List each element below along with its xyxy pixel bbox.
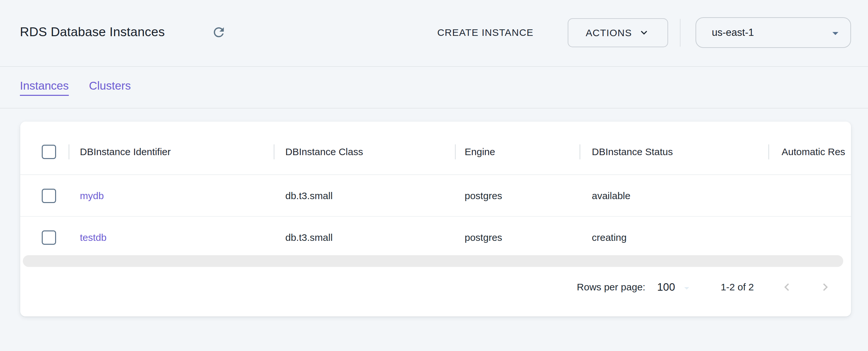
refresh-button[interactable] xyxy=(210,24,227,41)
status-cell: available xyxy=(592,190,630,202)
next-page-button[interactable] xyxy=(818,280,833,295)
column-separator xyxy=(455,145,456,159)
create-instance-button[interactable]: CREATE INSTANCE xyxy=(437,23,533,42)
rows-per-page-label: Rows per page: xyxy=(577,282,645,293)
table-row[interactable]: testdb db.t3.small postgres creating xyxy=(20,217,851,255)
instance-class-cell: db.t3.small xyxy=(285,190,333,202)
row-checkbox[interactable] xyxy=(42,189,56,203)
column-separator xyxy=(68,145,69,159)
column-header-dbinstance-class[interactable]: DBInstance Class xyxy=(285,146,363,158)
column-header-automatic-restart[interactable]: Automatic Res xyxy=(782,146,845,158)
chevron-down-icon xyxy=(638,25,650,41)
column-separator xyxy=(274,145,275,159)
pagination-range-label: 1-2 of 2 xyxy=(721,282,754,293)
column-separator xyxy=(580,145,580,159)
chevron-left-icon xyxy=(779,291,794,296)
instance-class-cell: db.t3.small xyxy=(285,231,333,244)
rows-per-page-select[interactable]: 100 xyxy=(657,280,692,295)
tab-bar: Instances Clusters xyxy=(0,66,868,108)
engine-cell: postgres xyxy=(465,231,502,244)
header-divider xyxy=(680,19,681,46)
instances-table-card: DBInstance Identifier DBInstance Class E… xyxy=(20,122,851,316)
table-header-row: DBInstance Identifier DBInstance Class E… xyxy=(20,122,851,175)
region-select[interactable]: us-east-1 xyxy=(695,17,851,48)
instance-identifier-link[interactable]: testdb xyxy=(80,231,106,244)
refresh-icon xyxy=(211,36,226,41)
engine-cell: postgres xyxy=(465,190,502,202)
tab-instances[interactable]: Instances xyxy=(20,79,69,96)
dropdown-arrow-icon xyxy=(828,26,843,42)
page-header: RDS Database Instances CREATE INSTANCE A… xyxy=(0,0,868,66)
select-all-checkbox[interactable] xyxy=(42,145,56,159)
column-header-dbinstance-status[interactable]: DBInstance Status xyxy=(592,146,673,158)
instance-identifier-link[interactable]: mydb xyxy=(80,190,104,202)
tab-clusters[interactable]: Clusters xyxy=(89,79,131,96)
rows-per-page-dropdown-icon xyxy=(681,282,692,295)
column-header-dbinstance-identifier[interactable]: DBInstance Identifier xyxy=(80,146,170,158)
previous-page-button[interactable] xyxy=(779,280,794,295)
status-cell: creating xyxy=(592,231,627,244)
pagination-bar: Rows per page: 100 1-2 of 2 xyxy=(577,277,833,297)
actions-button-label: ACTIONS xyxy=(586,27,632,38)
chevron-right-icon xyxy=(818,291,833,296)
row-checkbox[interactable] xyxy=(42,230,56,245)
column-header-engine[interactable]: Engine xyxy=(465,146,495,158)
table-row[interactable]: mydb db.t3.small postgres available xyxy=(20,175,851,217)
region-select-value: us-east-1 xyxy=(712,27,754,38)
rows-per-page-value: 100 xyxy=(657,281,675,293)
column-separator xyxy=(768,145,769,159)
horizontal-scrollbar-thumb[interactable] xyxy=(23,255,843,267)
page-title: RDS Database Instances xyxy=(20,25,165,39)
actions-button[interactable]: ACTIONS xyxy=(568,18,668,47)
